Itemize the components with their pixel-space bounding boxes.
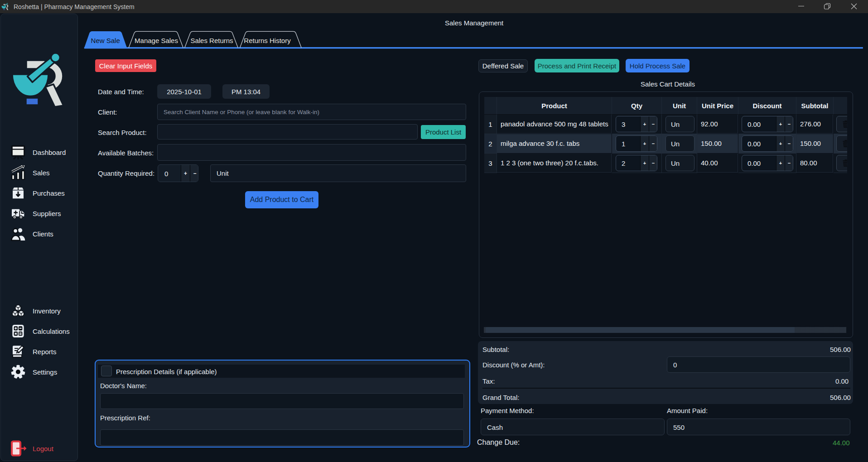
svg-text:Sales Returns: Sales Returns (190, 37, 233, 44)
svg-text:New Sale: New Sale (91, 37, 120, 44)
svg-text:Returns History: Returns History (244, 37, 291, 44)
svg-text:Manage Sales: Manage Sales (135, 37, 178, 44)
